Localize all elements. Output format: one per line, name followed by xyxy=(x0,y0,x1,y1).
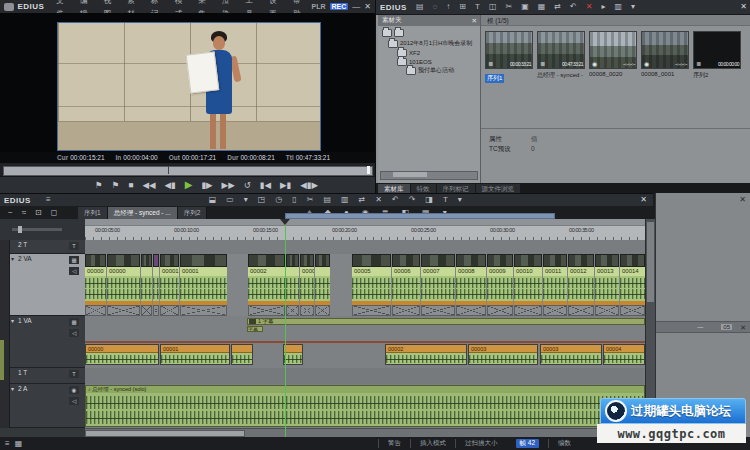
timeline-clip[interactable]: 00003 xyxy=(540,344,602,365)
speaker-icon[interactable]: ◉ xyxy=(69,386,79,394)
bin-clip-item[interactable]: ≣00:00:00:00序列2 xyxy=(693,31,741,80)
palette-divider[interactable]: — 05 ✕ xyxy=(656,321,750,333)
palette-section-close-icon[interactable]: ✕ xyxy=(740,324,746,332)
timeline-track-area[interactable]: 0000000000000010000100002000030000500006… xyxy=(85,240,645,428)
sequence-tab[interactable]: 总经理 - synced - ... xyxy=(108,207,178,219)
clip-mixer-fade[interactable] xyxy=(421,305,455,316)
copy-icon[interactable]: ▣ xyxy=(521,1,529,13)
new-sequence-icon[interactable]: ▭ xyxy=(226,194,234,206)
clip-mixer-fade[interactable] xyxy=(620,305,645,316)
expander-icon[interactable]: ▾ xyxy=(11,385,14,392)
clip-mixer-fade[interactable] xyxy=(160,305,179,316)
clip-mixer-fade[interactable] xyxy=(487,305,513,316)
close-button[interactable]: ✕ xyxy=(364,2,371,12)
tab-特效[interactable]: 特效 xyxy=(411,184,436,193)
timeline-clip[interactable] xyxy=(231,344,253,365)
timeline-clip[interactable] xyxy=(286,254,299,316)
set-out-icon[interactable]: ⚑ xyxy=(112,178,120,192)
undo-icon[interactable]: ↶ xyxy=(392,194,399,206)
timeline-clip[interactable]: 00000 xyxy=(85,254,106,316)
timeline-clip[interactable]: 00009 xyxy=(487,254,513,316)
clip-mixer-fade[interactable] xyxy=(514,305,542,316)
more-icon[interactable]: ▾ xyxy=(458,194,462,206)
bin-clip-item[interactable]: ◉--:--:--:--00008_0001 xyxy=(641,31,689,77)
clip-mixer-fade[interactable] xyxy=(248,305,285,316)
address-icon[interactable]: ▸ xyxy=(601,1,605,13)
timeline-h-scrollbar[interactable] xyxy=(85,428,645,437)
timeline-clip[interactable]: 00003 xyxy=(468,344,538,365)
clip-mixer-fade[interactable] xyxy=(315,305,330,316)
timeline-clip[interactable]: 00006 xyxy=(392,254,420,316)
clip-mixer-fade[interactable] xyxy=(456,305,486,316)
track-header-2VA[interactable]: ▾2 VA▦◁ xyxy=(10,254,85,316)
insert-icon[interactable]: ▥ xyxy=(341,194,349,206)
timeline-clip[interactable]: 00000 xyxy=(107,254,140,316)
expander-icon[interactable]: ▾ xyxy=(11,317,14,324)
video-icon[interactable]: ▦ xyxy=(69,256,79,264)
clip-mixer-fade[interactable] xyxy=(352,305,391,316)
bin-clip-item[interactable]: ≣00:47:33:21总经理 - synced - xyxy=(537,31,585,80)
v-scroll-thumb[interactable] xyxy=(647,222,654,302)
player-mode-button[interactable]: PLR xyxy=(312,3,326,10)
timeline-clip[interactable]: 00012 xyxy=(568,254,594,316)
timeline-clip[interactable]: 00001 xyxy=(160,254,179,316)
play-button[interactable]: ▶ xyxy=(185,178,193,192)
expander-icon[interactable]: ▾ xyxy=(11,255,14,262)
timeline-clip[interactable]: 00003 xyxy=(300,254,314,316)
redo-icon[interactable]: ↷ xyxy=(409,194,416,206)
timeline-clip[interactable]: 00010 xyxy=(514,254,542,316)
mute-icon[interactable]: ◁ xyxy=(69,397,79,405)
timeline-clip[interactable]: 00001 xyxy=(160,344,230,365)
clip-mixer-fade[interactable] xyxy=(568,305,594,316)
track-header-2T[interactable]: 2 TT xyxy=(10,240,85,254)
zoom-slider-handle[interactable] xyxy=(18,226,22,233)
clip-mixer-fade[interactable] xyxy=(141,305,152,316)
title-icon[interactable]: T xyxy=(443,194,448,206)
track-header-1T[interactable]: 1 TT xyxy=(10,368,85,384)
timeline-clip[interactable]: 00001 xyxy=(180,254,227,316)
folder-panel-close-icon[interactable]: ✕ xyxy=(468,17,480,25)
title-clip[interactable]: 1 字幕 xyxy=(247,318,645,325)
capture-icon[interactable]: ◳ xyxy=(258,194,266,206)
cut-icon[interactable]: ✂ xyxy=(505,1,512,13)
title-icon[interactable]: T xyxy=(69,242,79,250)
layout-icon[interactable]: ▦ xyxy=(15,438,23,450)
tree-scrollbar[interactable] xyxy=(380,171,478,180)
clip-mixer-fade[interactable] xyxy=(107,305,140,316)
view-icon[interactable]: ▥ xyxy=(614,1,622,13)
loop-button[interactable]: ↺ xyxy=(244,178,251,192)
goto-in-button[interactable]: ▮◀ xyxy=(260,178,271,192)
timeline-clip[interactable]: 00014 xyxy=(620,254,645,316)
tab-序列标记[interactable]: 序列标记 xyxy=(437,184,475,193)
match-frame-button[interactable]: ◀▮▶ xyxy=(300,178,318,192)
palette-spinner[interactable]: 05 xyxy=(721,324,732,330)
playhead-marker[interactable] xyxy=(280,219,290,225)
capture-icon[interactable]: ◫ xyxy=(489,1,497,13)
clip-mixer-fade[interactable] xyxy=(286,305,299,316)
bin-clip-item[interactable]: ≣00:00:33:21序列1 xyxy=(485,31,533,87)
delete-icon[interactable]: ✕ xyxy=(586,1,593,13)
minimize-button[interactable]: — xyxy=(352,2,360,12)
track-header-1VA[interactable]: ▾1 VA▦◁ xyxy=(10,316,85,368)
more-icon[interactable]: ▾ xyxy=(631,1,635,13)
menu-icon[interactable]: ≡ xyxy=(46,194,51,206)
collapse-icon[interactable]: − xyxy=(8,207,13,219)
audio-clip[interactable]: ♪ 总经理 - synced (solo) xyxy=(85,385,645,427)
snap-icon[interactable]: ⊡ xyxy=(35,207,42,219)
bin-close-icon[interactable]: ✕ xyxy=(740,2,747,11)
seek-handle[interactable] xyxy=(367,166,370,174)
timeline-clip[interactable]: 00011 xyxy=(543,254,567,316)
timeline-close-icon[interactable]: ✕ xyxy=(640,195,647,204)
timeline-clip[interactable] xyxy=(153,254,159,316)
video-icon[interactable]: ▦ xyxy=(69,318,79,326)
cut-icon[interactable]: ✂ xyxy=(307,194,314,206)
delete-icon[interactable]: ✕ xyxy=(375,194,382,206)
timeline-ruler[interactable]: 00:00:05:0000:00:10:0000:00:15:0000:00:2… xyxy=(85,219,645,240)
stop-button[interactable]: ■ xyxy=(128,178,133,192)
range-icon[interactable]: ◻ xyxy=(51,207,58,219)
replace-icon[interactable]: ⇄ xyxy=(554,1,561,13)
title-icon[interactable]: T xyxy=(475,1,480,13)
recorder-mode-button[interactable]: REC xyxy=(330,3,349,10)
timeline-clip[interactable]: 00002 xyxy=(248,254,285,316)
title-sub-clip[interactable]: 字幕 xyxy=(247,326,263,332)
